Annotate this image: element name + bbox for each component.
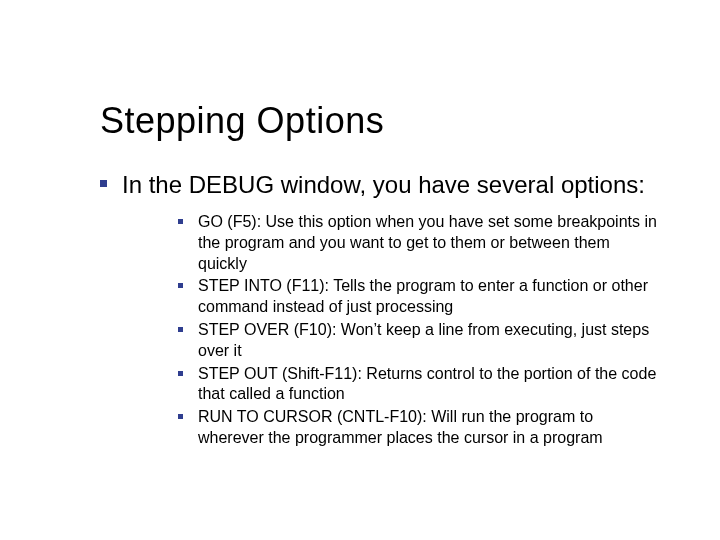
level1-text: In the DEBUG window, you have several op… [122, 170, 645, 200]
slide-title: Stepping Options [100, 100, 660, 142]
bullet-level2: GO (F5): Use this option when you have s… [178, 212, 660, 274]
bullet-level2: RUN TO CURSOR (CNTL-F10): Will run the p… [178, 407, 660, 449]
square-bullet-icon [178, 276, 198, 288]
sub-bullet-list: GO (F5): Use this option when you have s… [178, 212, 660, 449]
square-bullet-icon [178, 320, 198, 332]
level2-text: STEP INTO (F11): Tells the program to en… [198, 276, 660, 318]
square-bullet-icon [100, 170, 122, 187]
bullet-level1: In the DEBUG window, you have several op… [100, 170, 660, 200]
level2-text: STEP OVER (F10): Won’t keep a line from … [198, 320, 660, 362]
square-bullet-icon [178, 407, 198, 419]
level2-text: RUN TO CURSOR (CNTL-F10): Will run the p… [198, 407, 660, 449]
bullet-level2: STEP OVER (F10): Won’t keep a line from … [178, 320, 660, 362]
level2-text: STEP OUT (Shift-F11): Returns control to… [198, 364, 660, 406]
bullet-level2: STEP OUT (Shift-F11): Returns control to… [178, 364, 660, 406]
square-bullet-icon [178, 212, 198, 224]
bullet-level2: STEP INTO (F11): Tells the program to en… [178, 276, 660, 318]
level2-text: GO (F5): Use this option when you have s… [198, 212, 660, 274]
slide: Stepping Options In the DEBUG window, yo… [0, 0, 720, 540]
square-bullet-icon [178, 364, 198, 376]
